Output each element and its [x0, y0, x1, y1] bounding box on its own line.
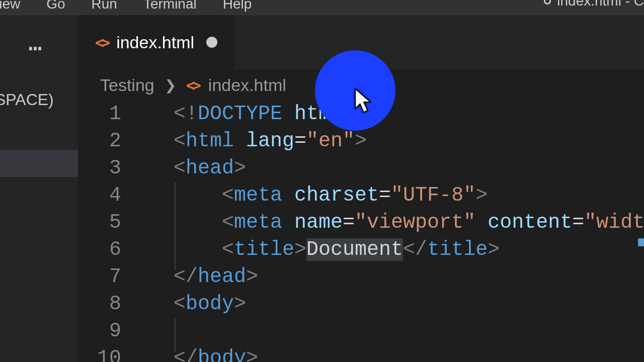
dirty-indicator-icon: [544, 0, 551, 5]
more-icon[interactable]: ⋯: [28, 34, 45, 63]
code-line[interactable]: <head>: [174, 155, 644, 182]
window-title: index.html - C: [544, 0, 644, 9]
line-number: 7: [78, 263, 145, 291]
breadcrumb-file[interactable]: index.html: [208, 75, 286, 95]
sidebar-selected-item[interactable]: [0, 150, 78, 177]
menu-help[interactable]: Help: [223, 0, 252, 12]
line-number: 3: [78, 155, 145, 182]
code-line[interactable]: <body>: [174, 291, 644, 318]
html-file-icon: <>: [95, 34, 107, 51]
line-number: 10: [78, 345, 145, 362]
breadcrumb-folder[interactable]: Testing: [100, 75, 154, 95]
line-number: 4: [78, 182, 145, 209]
mouse-cursor-icon: [354, 88, 374, 117]
sidebar: ⋯ SPACE): [0, 15, 78, 362]
indent-guide: [175, 182, 176, 270]
line-gutter: 12345678910: [78, 101, 145, 362]
menu-items: View Go Run Terminal Help: [0, 0, 252, 12]
indent-guide: [175, 318, 176, 352]
code-line[interactable]: <!DOCTYPE html>: [174, 101, 644, 128]
line-number: 2: [78, 128, 145, 155]
chevron-right-icon: ❯: [165, 77, 176, 94]
menu-bar: View Go Run Terminal Help index.html - C: [0, 0, 644, 15]
menu-go[interactable]: Go: [46, 0, 65, 12]
menu-run[interactable]: Run: [92, 0, 117, 12]
scrollbar-mark: [638, 238, 644, 246]
line-number: 9: [78, 318, 145, 345]
tab-index-html[interactable]: <> index.html: [78, 15, 234, 69]
menu-terminal[interactable]: Terminal: [143, 0, 197, 12]
line-number: 1: [78, 101, 145, 128]
code-lines[interactable]: <!DOCTYPE html><html lang="en"><head> <m…: [174, 101, 644, 362]
line-number: 6: [78, 236, 145, 263]
code-line[interactable]: <meta charset="UTF-8">: [174, 182, 644, 209]
code-line[interactable]: <html lang="en">: [174, 128, 644, 155]
code-line[interactable]: </body>: [174, 345, 644, 362]
code-line[interactable]: <meta name="viewport" content="width=de: [174, 209, 644, 236]
sidebar-section-label: SPACE): [0, 90, 54, 109]
code-line[interactable]: [174, 318, 644, 345]
window-title-text: index.html - C: [557, 0, 644, 9]
code-line[interactable]: </head>: [174, 263, 644, 291]
line-number: 8: [78, 291, 145, 318]
line-number: 5: [78, 209, 145, 236]
tab-label: index.html: [116, 33, 194, 52]
code-line[interactable]: <title>Document</title>: [174, 236, 644, 263]
menu-view[interactable]: View: [0, 0, 20, 12]
unsaved-dot-icon: [206, 37, 217, 48]
html-file-icon: <>: [186, 76, 198, 94]
